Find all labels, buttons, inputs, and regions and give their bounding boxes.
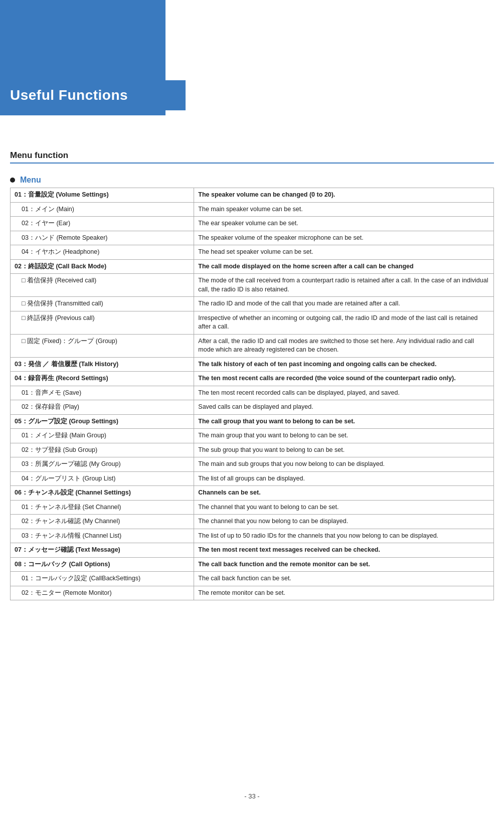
table-row: 02：サブ登録 (Sub Group)The sub group that yo… (11, 443, 494, 457)
table-cell-left: 04：グループリスト (Group List) (11, 471, 194, 486)
table-cell-right: The call mode displayed on the home scre… (194, 259, 494, 274)
table-cell-left: 02：モニター (Remote Monitor) (11, 586, 194, 600)
table-cell-right: The call back function can be set. (194, 572, 494, 586)
table-cell-right: Irrespective of whether an incoming or o… (194, 311, 494, 334)
table-row: 02：イヤー (Ear)The ear speaker volume can b… (11, 217, 494, 231)
table-cell-left: 01：チャンネル登録 (Set Channel) (11, 500, 194, 515)
table-cell-left: 03：所属グループ確認 (My Group) (11, 457, 194, 472)
table-cell-left: □ 終話保持 (Previous call) (11, 311, 194, 334)
table-cell-left: □ 着信保持 (Received call) (11, 274, 194, 297)
table-row: 03：チャンネル情報 (Channel List)The list of up … (11, 529, 494, 543)
table-cell-right: The sub group that you want to belong to… (194, 443, 494, 457)
table-cell-left: □ 発信保持 (Transmitted call) (11, 297, 194, 311)
table-cell-right: The ear speaker volume can be set. (194, 217, 494, 231)
table-cell-right: The speaker volume can be changed (0 to … (194, 188, 494, 203)
bullet-icon (10, 178, 15, 183)
table-cell-right: The call group that you want to belong t… (194, 414, 494, 429)
table-cell-right: The mode of the call received from a cou… (194, 274, 494, 297)
table-cell-left: 01：音量設定 (Volume Settings) (11, 188, 194, 203)
table-row: 02：モニター (Remote Monitor)The remote monit… (11, 586, 494, 600)
table-row: 05：グループ設定 (Group Settings)The call group… (11, 414, 494, 429)
table-cell-left: 02：イヤー (Ear) (11, 217, 194, 231)
table-cell-right: The list of all groups can be displayed. (194, 471, 494, 486)
table-row: 02：終話設定 (Call Back Mode)The call mode di… (11, 259, 494, 274)
table-row: 02：チャンネル確認 (My Channel)The channel that … (11, 515, 494, 529)
table-cell-right: The main and sub groups that you now bel… (194, 457, 494, 472)
table-row: 02：保存録音 (Play)Saved calls can be display… (11, 400, 494, 415)
menu-bullet-section: Menu 01：音量設定 (Volume Settings)The speake… (10, 176, 494, 600)
table-row: 07：メッセージ確認 (Text Message)The ten most re… (11, 543, 494, 558)
table-cell-right: The speaker volume of the speaker microp… (194, 231, 494, 245)
table-row: 03：ハンド (Remote Speaker)The speaker volum… (11, 231, 494, 245)
table-cell-right: The call back function and the remote mo… (194, 557, 494, 572)
table-cell-right: The head set speaker volume can be set. (194, 245, 494, 260)
table-cell-right: The remote monitor can be set. (194, 586, 494, 600)
table-row: □ 発信保持 (Transmitted call)The radio ID an… (11, 297, 494, 311)
table-cell-right: The radio ID and mode of the call that y… (194, 297, 494, 311)
table-cell-left: 03：チャンネル情報 (Channel List) (11, 529, 194, 543)
table-row: 04：グループリスト (Group List)The list of all g… (11, 471, 494, 486)
table-cell-left: 02：保存録音 (Play) (11, 400, 194, 415)
table-cell-left: 01：メイン登録 (Main Group) (11, 429, 194, 443)
table-row: 06：チャンネル設定 (Channel Settings)Channels ca… (11, 486, 494, 501)
table-cell-left: □ 固定 (Fixed)：グループ (Group) (11, 334, 194, 357)
page-footer: - 33 - (0, 792, 504, 800)
table-row: 01：メイン (Main)The main speaker volume can… (11, 202, 494, 217)
table-row: 08：コールバック (Call Options)The call back fu… (11, 557, 494, 572)
table-cell-left: 08：コールバック (Call Options) (11, 557, 194, 572)
table-cell-left: 07：メッセージ確認 (Text Message) (11, 543, 194, 558)
table-cell-right: The main group that you want to belong t… (194, 429, 494, 443)
table-row: 01：メイン登録 (Main Group)The main group that… (11, 429, 494, 443)
page-title-bar: Useful Functions (0, 80, 186, 110)
table-cell-left: 06：チャンネル設定 (Channel Settings) (11, 486, 194, 501)
menu-label-text: Menu (20, 176, 41, 185)
table-cell-right: The channel that you now belong to can b… (194, 515, 494, 529)
table-row: □ 固定 (Fixed)：グループ (Group)After a call, t… (11, 334, 494, 357)
table-cell-left: 03：発信 ／ 着信履歴 (Talk History) (11, 357, 194, 372)
table-row: 03：発信 ／ 着信履歴 (Talk History)The talk hist… (11, 357, 494, 372)
table-row: □ 終話保持 (Previous call)Irrespective of wh… (11, 311, 494, 334)
table-row: 01：音量設定 (Volume Settings)The speaker vol… (11, 188, 494, 203)
table-row: 03：所属グループ確認 (My Group)The main and sub g… (11, 457, 494, 472)
table-row: 01：音声メモ (Save)The ten most recent record… (11, 386, 494, 400)
section-heading: Menu function (10, 150, 494, 164)
table-cell-left: 02：サブ登録 (Sub Group) (11, 443, 194, 457)
table-cell-left: 03：ハンド (Remote Speaker) (11, 231, 194, 245)
table-cell-right: The main speaker volume can be set. (194, 202, 494, 217)
table-row: 01：チャンネル登録 (Set Channel)The channel that… (11, 500, 494, 515)
table-cell-right: After a call, the radio ID and call mode… (194, 334, 494, 357)
table-cell-left: 02：チャンネル確認 (My Channel) (11, 515, 194, 529)
table-cell-right: The ten most recent text messages receiv… (194, 543, 494, 558)
page-title: Useful Functions (10, 87, 176, 103)
table-cell-right: The ten most recent recorded calls can b… (194, 386, 494, 400)
page-number: - 33 - (244, 792, 259, 800)
content-area: Menu function Menu 01：音量設定 (Volume Setti… (10, 135, 494, 600)
table-cell-right: The list of up to 50 radio IDs for the c… (194, 529, 494, 543)
table-cell-left: 04：イヤホン (Headphone) (11, 245, 194, 260)
table-cell-left: 01：音声メモ (Save) (11, 386, 194, 400)
table-cell-right: The talk history of each of ten past inc… (194, 357, 494, 372)
table-cell-left: 01：メイン (Main) (11, 202, 194, 217)
table-row: 04：録音再生 (Record Settings)The ten most re… (11, 372, 494, 386)
table-row: 04：イヤホン (Headphone)The head set speaker … (11, 245, 494, 260)
table-cell-right: Channels can be set. (194, 486, 494, 501)
table-cell-right: The channel that you want to belong to c… (194, 500, 494, 515)
table-cell-left: 01：コールバック設定 (CallBackSettings) (11, 572, 194, 586)
table-row: 01：コールバック設定 (CallBackSettings)The call b… (11, 572, 494, 586)
table-cell-left: 04：録音再生 (Record Settings) (11, 372, 194, 386)
table-cell-left: 02：終話設定 (Call Back Mode) (11, 259, 194, 274)
table-cell-right: Saved calls can be displayed and played. (194, 400, 494, 415)
menu-label: Menu (10, 176, 494, 185)
table-cell-right: The ten most recent calls are recorded (… (194, 372, 494, 386)
menu-table: 01：音量設定 (Volume Settings)The speaker vol… (10, 188, 494, 600)
table-row: □ 着信保持 (Received call)The mode of the ca… (11, 274, 494, 297)
table-cell-left: 05：グループ設定 (Group Settings) (11, 414, 194, 429)
